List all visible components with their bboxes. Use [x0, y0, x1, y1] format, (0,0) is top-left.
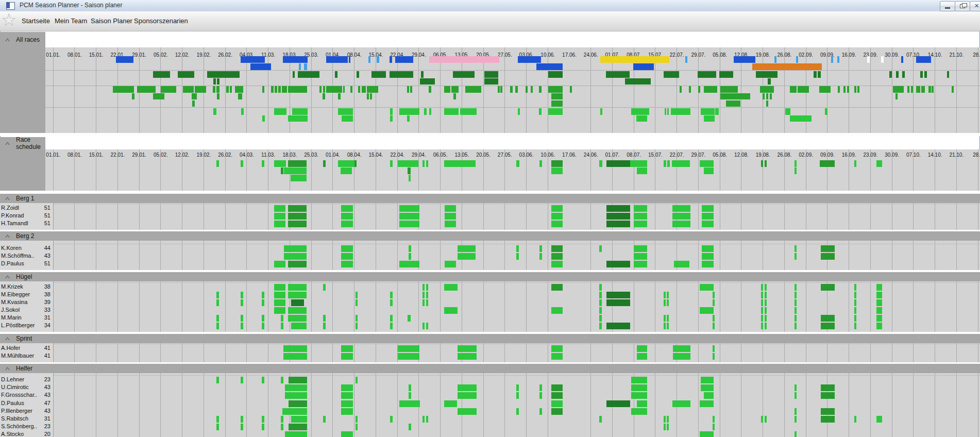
collapse-chevron-icon[interactable] — [5, 275, 10, 278]
race-bar[interactable] — [700, 284, 714, 291]
race-bar[interactable] — [192, 93, 197, 99]
race-bar[interactable] — [274, 284, 285, 291]
race-bar[interactable] — [250, 63, 271, 70]
collapse-chevron-icon[interactable] — [5, 234, 10, 238]
race-bar[interactable] — [216, 299, 219, 306]
race-bar[interactable] — [820, 160, 835, 167]
race-bar[interactable] — [354, 160, 357, 167]
race-bar[interactable] — [734, 56, 755, 63]
race-bar[interactable] — [843, 86, 846, 93]
race-bar[interactable] — [356, 377, 358, 383]
race-bar[interactable] — [837, 56, 839, 63]
race-bar[interactable] — [289, 424, 307, 430]
race-bar[interactable] — [700, 400, 714, 407]
race-bar[interactable] — [766, 100, 768, 107]
race-bar[interactable] — [795, 384, 797, 391]
race-bar[interactable] — [423, 160, 425, 167]
rider-row[interactable]: P.Illenberger43 — [0, 408, 52, 415]
race-bar[interactable] — [551, 384, 563, 391]
race-bar[interactable] — [924, 71, 927, 78]
race-bar[interactable] — [283, 345, 307, 352]
race-bar[interactable] — [876, 315, 882, 322]
rider-row[interactable]: R.Zoidl51 — [0, 205, 52, 212]
race-bar[interactable] — [761, 315, 763, 322]
title-bar[interactable]: PCM Season Planner - Saison planer ✕ — [0, 0, 980, 12]
race-bar[interactable] — [539, 245, 542, 252]
race-bar[interactable] — [291, 323, 307, 329]
race-bar[interactable] — [701, 384, 714, 391]
race-bar[interactable] — [551, 261, 563, 267]
race-bar[interactable] — [341, 167, 352, 174]
race-bar[interactable] — [518, 56, 541, 63]
race-bar[interactable] — [216, 86, 219, 93]
race-bar[interactable] — [680, 86, 682, 93]
race-bar[interactable] — [407, 115, 410, 122]
race-bar[interactable] — [551, 221, 563, 227]
race-bar[interactable] — [765, 284, 767, 291]
race-bar[interactable] — [761, 292, 763, 298]
race-bar[interactable] — [341, 261, 353, 267]
race-bar[interactable] — [230, 86, 232, 93]
race-bar[interactable] — [821, 284, 835, 291]
race-bar[interactable] — [390, 323, 393, 329]
race-bar[interactable] — [893, 86, 904, 93]
race-bar[interactable] — [357, 71, 359, 78]
race-bar[interactable] — [275, 86, 277, 93]
race-bar[interactable] — [341, 384, 353, 391]
race-bar[interactable] — [795, 245, 797, 252]
race-bar[interactable] — [262, 160, 264, 167]
race-bar[interactable] — [262, 424, 264, 430]
race-bar[interactable] — [821, 392, 835, 399]
race-bar[interactable] — [637, 167, 647, 174]
race-bar[interactable] — [390, 292, 393, 298]
race-bar[interactable] — [274, 292, 285, 298]
race-bar[interactable] — [281, 377, 283, 383]
race-bar[interactable] — [274, 299, 285, 306]
race-bar[interactable] — [606, 292, 630, 298]
race-bar[interactable] — [288, 221, 307, 227]
race-bar[interactable] — [274, 213, 285, 220]
race-bar[interactable] — [235, 86, 243, 93]
race-bar[interactable] — [241, 315, 243, 322]
rider-row[interactable]: S.Rabitsch31 — [0, 415, 52, 423]
race-bar[interactable] — [539, 408, 542, 415]
race-bar[interactable] — [673, 345, 690, 352]
race-bar[interactable] — [409, 392, 411, 399]
race-bar[interactable] — [241, 56, 265, 63]
race-bar[interactable] — [551, 213, 563, 220]
race-bar[interactable] — [795, 299, 797, 306]
race-bar[interactable] — [599, 307, 602, 314]
rider-row[interactable]: M.Schöffma..43 — [0, 253, 52, 260]
race-bar[interactable] — [713, 292, 715, 298]
race-bar[interactable] — [465, 86, 481, 93]
race-bar[interactable] — [831, 56, 833, 63]
race-bar[interactable] — [916, 56, 931, 63]
race-bar[interactable] — [116, 56, 133, 63]
race-bar[interactable] — [704, 86, 717, 93]
race-bar[interactable] — [713, 299, 715, 306]
race-bar[interactable] — [213, 78, 216, 85]
race-bar[interactable] — [551, 253, 563, 260]
race-bar[interactable] — [409, 253, 411, 260]
race-bar[interactable] — [526, 86, 528, 93]
rider-row[interactable]: D.Paulus51 — [0, 260, 52, 268]
race-bar[interactable] — [795, 416, 797, 423]
race-bar[interactable] — [341, 353, 353, 360]
collapse-chevron-icon[interactable] — [5, 367, 10, 370]
race-bar[interactable] — [667, 160, 670, 167]
race-bar[interactable] — [704, 167, 714, 174]
race-bar[interactable] — [606, 160, 630, 167]
race-bar[interactable] — [631, 408, 647, 415]
race-bar[interactable] — [551, 284, 563, 291]
rider-row[interactable]: S.Schönberg..23 — [0, 423, 52, 431]
race-bar[interactable] — [350, 86, 352, 93]
race-bar[interactable] — [399, 221, 419, 227]
race-bar[interactable] — [606, 323, 630, 329]
race-bar[interactable] — [814, 71, 817, 78]
race-bar[interactable] — [795, 167, 797, 174]
race-bar[interactable] — [390, 160, 393, 167]
race-bar[interactable] — [702, 221, 714, 227]
race-bar[interactable] — [288, 315, 307, 322]
race-bar[interactable] — [821, 245, 835, 252]
race-bar[interactable] — [289, 377, 307, 383]
